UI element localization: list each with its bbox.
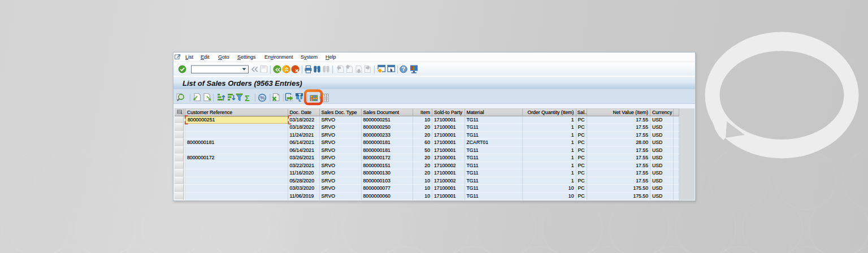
svg-text:Σ: Σ [245, 94, 250, 103]
svg-text:%: % [260, 95, 264, 101]
svg-text:?: ? [402, 66, 405, 72]
